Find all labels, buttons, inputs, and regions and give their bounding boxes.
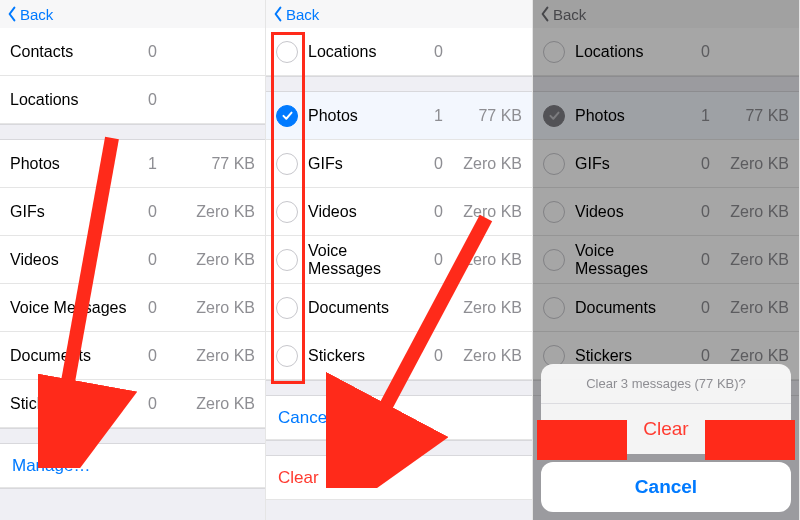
row-label: Voice Messages: [10, 299, 130, 317]
row-size: Zero KB: [185, 299, 255, 317]
pane-confirm: Back Locations0Photos177 KBGIFs0Zero KBV…: [533, 0, 800, 520]
row-size: Zero KB: [185, 203, 255, 221]
navbar: Back: [0, 0, 265, 28]
section-gap: [0, 124, 265, 140]
sheet-cancel-button[interactable]: Cancel: [541, 462, 791, 512]
storage-row[interactable]: Photos177 KB: [0, 140, 265, 188]
storage-row[interactable]: Contacts0: [0, 28, 265, 76]
row-label: GIFs: [308, 155, 416, 173]
storage-row[interactable]: Voice Messages0Zero KB: [266, 236, 532, 284]
row-count: 0: [130, 91, 185, 109]
row-count: 0: [130, 299, 185, 317]
row-label: Photos: [10, 155, 130, 173]
chevron-left-icon: [6, 6, 18, 22]
row-label: Documents: [10, 347, 130, 365]
row-count: 1: [130, 155, 185, 173]
row-label: Locations: [308, 43, 416, 61]
row-label: Videos: [308, 203, 416, 221]
storage-row[interactable]: Locations0: [0, 76, 265, 124]
row-size: Zero KB: [185, 395, 255, 413]
row-count: 0: [130, 43, 185, 61]
chevron-left-icon: [272, 6, 284, 22]
storage-row[interactable]: Voice Messages0Zero KB: [0, 284, 265, 332]
action-sheet: Clear 3 messages (77 KB)? Clear Cancel: [541, 364, 791, 512]
storage-row[interactable]: Stickers0Zero KB: [266, 332, 532, 380]
row-checkbox[interactable]: [276, 297, 298, 319]
manage-label: Manage…: [12, 456, 90, 476]
section-gap: [0, 488, 265, 504]
storage-row[interactable]: Photos177 KB: [266, 92, 532, 140]
row-size: Zero KB: [185, 347, 255, 365]
row-checkbox[interactable]: [276, 201, 298, 223]
row-label: Stickers: [10, 395, 130, 413]
row-checkbox[interactable]: [276, 153, 298, 175]
section-gap: [0, 428, 265, 444]
row-checkbox[interactable]: [276, 41, 298, 63]
back-button[interactable]: Back: [272, 6, 319, 23]
row-count: 0: [416, 251, 460, 269]
row-count: 0: [416, 347, 460, 365]
manage-button[interactable]: Manage…: [0, 444, 265, 488]
cancel-button[interactable]: Cancel: [266, 396, 532, 440]
clear-label: Clear: [278, 468, 319, 488]
section-gap: [266, 440, 532, 456]
storage-row[interactable]: Videos0Zero KB: [266, 188, 532, 236]
row-label: GIFs: [10, 203, 130, 221]
row-label: Videos: [10, 251, 130, 269]
action-sheet-group: Clear 3 messages (77 KB)? Clear: [541, 364, 791, 454]
row-label: Voice Messages: [308, 242, 416, 278]
row-size: 77 KB: [460, 107, 522, 125]
action-sheet-title: Clear 3 messages (77 KB)?: [541, 364, 791, 404]
pane-selection: Back Locations0Photos177 KBGIFs0Zero KBV…: [266, 0, 533, 520]
row-label: Stickers: [308, 347, 416, 365]
row-checkbox[interactable]: [276, 105, 298, 127]
storage-row[interactable]: Documents0Zero KB: [266, 284, 532, 332]
row-size: Zero KB: [460, 299, 522, 317]
row-count: 0: [130, 251, 185, 269]
row-count: 0: [416, 299, 460, 317]
row-count: 0: [416, 203, 460, 221]
row-label: Locations: [10, 91, 130, 109]
navbar: Back: [266, 0, 532, 28]
row-count: 1: [416, 107, 460, 125]
row-count: 0: [130, 395, 185, 413]
cancel-label: Cancel: [278, 408, 331, 428]
section-gap: [266, 76, 532, 92]
row-count: 0: [416, 155, 460, 173]
row-size: 77 KB: [185, 155, 255, 173]
storage-row[interactable]: Locations0: [266, 28, 532, 76]
storage-row[interactable]: Stickers0Zero KB: [0, 380, 265, 428]
storage-row[interactable]: Videos0Zero KB: [0, 236, 265, 284]
row-size: Zero KB: [460, 155, 522, 173]
back-button[interactable]: Back: [6, 6, 53, 23]
row-label: Documents: [308, 299, 416, 317]
section-gap: [266, 380, 532, 396]
row-size: Zero KB: [460, 203, 522, 221]
storage-row[interactable]: GIFs0Zero KB: [266, 140, 532, 188]
storage-row[interactable]: Documents0Zero KB: [0, 332, 265, 380]
pane-storage-overview: Back Contacts0Locations0 Photos177 KBGIF…: [0, 0, 266, 520]
storage-row[interactable]: GIFs0Zero KB: [0, 188, 265, 236]
row-count: 0: [416, 43, 460, 61]
back-label: Back: [20, 6, 53, 23]
sheet-clear-button[interactable]: Clear: [541, 404, 791, 454]
row-count: 0: [130, 203, 185, 221]
row-size: Zero KB: [460, 251, 522, 269]
row-size: Zero KB: [185, 251, 255, 269]
row-count: 0: [130, 347, 185, 365]
row-label: Photos: [308, 107, 416, 125]
clear-button[interactable]: Clear: [266, 456, 532, 500]
row-checkbox[interactable]: [276, 345, 298, 367]
back-label: Back: [286, 6, 319, 23]
row-label: Contacts: [10, 43, 130, 61]
row-checkbox[interactable]: [276, 249, 298, 271]
row-size: Zero KB: [460, 347, 522, 365]
